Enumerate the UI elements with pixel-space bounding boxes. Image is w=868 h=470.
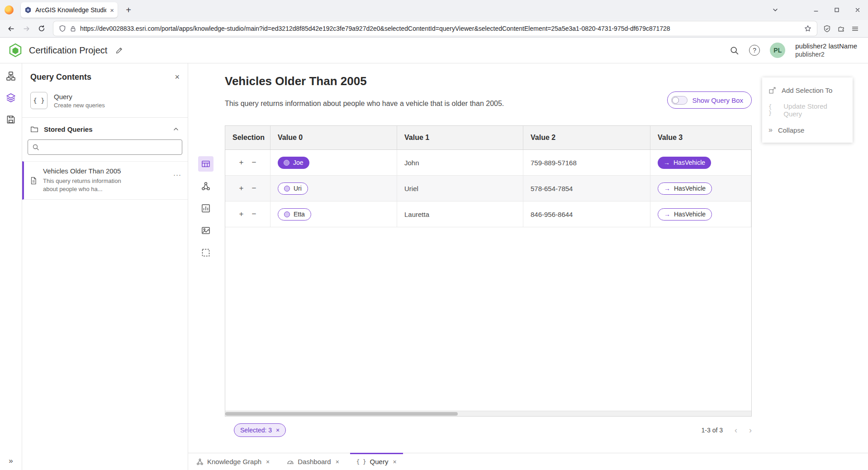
entity-pill[interactable]: Etta [278, 208, 311, 221]
item-options-ellipsis-icon[interactable]: ··· [173, 171, 181, 178]
browser-toolbar: https://dev0028833.esri.com/portal/apps/… [0, 20, 868, 38]
lock-icon[interactable] [70, 25, 76, 32]
contents-tree-icon[interactable] [5, 70, 17, 82]
app-header: Certification Project ? PL publisher2 la… [0, 38, 868, 63]
add-selection-icon[interactable]: + [239, 210, 244, 219]
scrollbar-thumb[interactable] [225, 412, 458, 416]
stored-queries-label: Stored Queries [44, 125, 167, 133]
tab-close-icon[interactable]: × [393, 458, 396, 465]
menu-hamburger-icon[interactable] [851, 25, 859, 33]
url-bar[interactable]: https://dev0028833.esri.com/portal/apps/… [53, 21, 817, 36]
entity-pill[interactable]: Joe [278, 157, 309, 169]
link-chart-view-icon[interactable] [198, 178, 213, 194]
window-close-button[interactable] [847, 0, 868, 20]
relationship-pill[interactable]: → HasVehicle [658, 182, 712, 195]
remove-selection-icon[interactable]: − [252, 158, 256, 167]
workspace: » Query Contents × { } Query Create new … [0, 63, 868, 470]
entity-cell: Uri [270, 176, 397, 201]
window-restore-button[interactable] [826, 0, 847, 20]
relationship-pill[interactable]: → HasVehicle [658, 157, 711, 169]
stored-query-list-item[interactable]: Vehicles Older Than 2005 This query retu… [22, 161, 188, 200]
table-row[interactable]: + − Uri Uriel 578-654-7854 [225, 176, 751, 201]
column-header-value2[interactable]: Value 2 [523, 126, 650, 149]
chart-view-icon[interactable] [198, 201, 213, 216]
menu-item-collapse[interactable]: » Collapse [762, 120, 853, 140]
selection-cell: + − [225, 201, 270, 227]
tab-knowledge-graph[interactable]: Knowledge Graph × [190, 453, 276, 470]
entity-pill[interactable]: Uri [278, 182, 308, 195]
tab-close-icon[interactable]: × [266, 458, 270, 465]
horizontal-scrollbar[interactable] [225, 411, 751, 416]
arcgis-knowledge-logo[interactable] [8, 43, 23, 58]
chevron-up-icon[interactable] [172, 125, 180, 133]
arrow-right-icon: → [664, 211, 670, 218]
folder-icon [30, 125, 38, 133]
firefox-icon[interactable] [5, 5, 14, 14]
page-previous-icon[interactable]: ‹ [735, 426, 737, 435]
user-info[interactable]: publisher2 lastName publisher2 [795, 42, 857, 58]
stored-queries-header[interactable]: Stored Queries [22, 118, 188, 139]
tab-close-icon[interactable]: × [110, 6, 114, 14]
menu-item-add-selection-to[interactable]: Add Selection To [762, 80, 853, 100]
save-icon[interactable] [5, 113, 17, 126]
expand-rail-icon[interactable]: » [9, 456, 13, 465]
tab-overflow-chevron-icon[interactable] [765, 0, 786, 20]
pagination: 1-3 of 3 ‹ › [702, 426, 752, 435]
toggle-switch[interactable] [671, 96, 688, 105]
add-selection-icon[interactable]: + [239, 184, 244, 193]
window-minimize-button[interactable] [806, 0, 826, 20]
layers-icon[interactable] [5, 91, 17, 104]
search-icon[interactable] [730, 46, 739, 55]
edit-title-pencil-icon[interactable] [115, 47, 123, 54]
column-header-value1[interactable]: Value 1 [397, 126, 523, 149]
new-query-item[interactable]: { } Query Create new queries [22, 88, 188, 118]
query-title: Vehicles Older Than 2005 [225, 74, 367, 88]
browser-tab[interactable]: ArcGIS Knowledge Studio × [21, 2, 118, 18]
search-magnifier-icon [32, 144, 39, 151]
table-view-icon[interactable] [198, 156, 213, 172]
column-header-selection[interactable]: Selection [225, 126, 270, 149]
column-header-value0[interactable]: Value 0 [270, 126, 397, 149]
stored-item-title: Vehicles Older Than 2005 [43, 167, 136, 175]
back-button[interactable] [4, 22, 18, 35]
selected-count-chip[interactable]: Selected: 3 × [234, 423, 286, 437]
search-input[interactable] [28, 139, 182, 155]
browser-tab-title: ArcGIS Knowledge Studio [35, 6, 106, 14]
braces-icon: { } [768, 104, 778, 116]
account-shield-icon[interactable] [823, 25, 831, 33]
site-favicon-icon [24, 6, 32, 14]
tab-close-icon[interactable]: × [336, 458, 339, 465]
tracking-shield-icon[interactable] [59, 25, 66, 32]
remove-selection-icon[interactable]: − [252, 210, 256, 219]
new-query-sublabel: Create new queries [54, 102, 105, 109]
map-view-icon[interactable] [198, 223, 213, 238]
panel-close-icon[interactable]: × [175, 72, 180, 82]
value2-cell: 578-654-7854 [523, 176, 650, 201]
tab-query[interactable]: { } Query × [350, 453, 403, 470]
value2-cell: 846-956-8644 [523, 201, 650, 227]
clear-selection-icon[interactable]: × [276, 427, 280, 434]
relationship-pill[interactable]: → HasVehicle [658, 208, 712, 221]
panel-header: Query Contents × [22, 63, 188, 88]
forward-button[interactable] [19, 22, 33, 35]
extensions-puzzle-icon[interactable] [837, 25, 845, 33]
table-row[interactable]: + − Etta Lauretta 846-956-8644 [225, 201, 751, 227]
bookmark-star-icon[interactable] [804, 25, 811, 32]
menu-item-update-stored-query[interactable]: { } Update Stored Query [762, 100, 853, 120]
help-icon[interactable]: ? [749, 45, 760, 56]
show-query-box-toggle[interactable]: Show Query Box [667, 91, 752, 109]
page-next-icon[interactable]: › [749, 426, 752, 435]
url-text[interactable]: https://dev0028833.esri.com/portal/apps/… [80, 25, 801, 32]
selection-view-icon[interactable] [198, 245, 213, 260]
new-tab-button[interactable]: + [121, 3, 136, 17]
table-row[interactable]: + − Joe John 759-889-57168 [225, 150, 751, 176]
arrow-right-icon: → [664, 159, 670, 166]
column-header-value3[interactable]: Value 3 [650, 126, 751, 149]
query-contents-panel: Query Contents × { } Query Create new qu… [22, 63, 188, 470]
tab-dashboard[interactable]: Dashboard × [280, 453, 346, 470]
user-avatar[interactable]: PL [770, 43, 785, 58]
reload-button[interactable] [34, 22, 49, 35]
add-selection-icon[interactable]: + [239, 158, 244, 167]
dashboard-gauge-icon [287, 458, 294, 465]
remove-selection-icon[interactable]: − [252, 184, 256, 193]
